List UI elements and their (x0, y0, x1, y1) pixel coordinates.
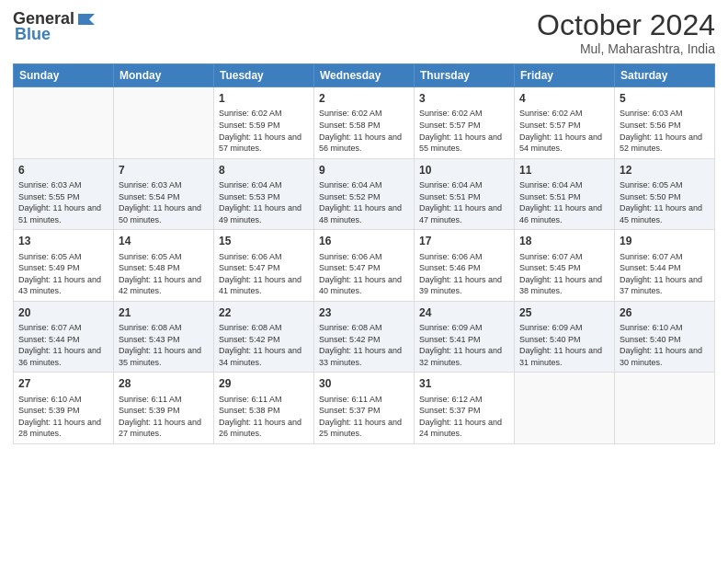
calendar-cell: 25Sunrise: 6:09 AMSunset: 5:40 PMDayligh… (515, 301, 615, 373)
calendar-row: 20Sunrise: 6:07 AMSunset: 5:44 PMDayligh… (14, 301, 715, 373)
col-header-wednesday: Wednesday (314, 64, 415, 87)
day-info: Sunrise: 6:02 AMSunset: 5:59 PMDaylight:… (219, 108, 309, 154)
calendar-cell: 19Sunrise: 6:07 AMSunset: 5:44 PMDayligh… (615, 230, 715, 302)
calendar-cell: 24Sunrise: 6:09 AMSunset: 5:41 PMDayligh… (415, 301, 515, 373)
calendar-cell: 4Sunrise: 6:02 AMSunset: 5:57 PMDaylight… (515, 87, 615, 159)
day-info: Sunrise: 6:06 AMSunset: 5:46 PMDaylight:… (419, 251, 509, 297)
day-info: Sunrise: 6:09 AMSunset: 5:40 PMDaylight:… (519, 322, 609, 368)
calendar-table: SundayMondayTuesdayWednesdayThursdayFrid… (13, 63, 715, 444)
day-number: 26 (620, 305, 710, 320)
col-header-friday: Friday (515, 64, 615, 87)
day-number: 28 (119, 376, 209, 391)
calendar-cell (114, 87, 214, 159)
day-info: Sunrise: 6:07 AMSunset: 5:44 PMDaylight:… (18, 322, 108, 368)
day-info: Sunrise: 6:04 AMSunset: 5:52 PMDaylight:… (319, 179, 409, 225)
day-number: 30 (319, 376, 409, 391)
day-number: 10 (419, 163, 509, 178)
calendar-cell: 11Sunrise: 6:04 AMSunset: 5:51 PMDayligh… (515, 158, 615, 230)
calendar-cell: 8Sunrise: 6:04 AMSunset: 5:53 PMDaylight… (214, 158, 314, 230)
location: Mul, Maharashtra, India (537, 41, 715, 56)
calendar-cell: 13Sunrise: 6:05 AMSunset: 5:49 PMDayligh… (14, 230, 114, 302)
day-number: 6 (18, 163, 108, 178)
day-number: 12 (620, 163, 710, 178)
calendar-cell: 28Sunrise: 6:11 AMSunset: 5:39 PMDayligh… (114, 373, 214, 444)
day-info: Sunrise: 6:06 AMSunset: 5:47 PMDaylight:… (319, 251, 409, 297)
calendar-header-row: SundayMondayTuesdayWednesdayThursdayFrid… (14, 64, 715, 87)
day-number: 5 (620, 91, 710, 106)
day-number: 27 (18, 376, 108, 391)
day-info: Sunrise: 6:05 AMSunset: 5:48 PMDaylight:… (119, 251, 209, 297)
calendar-cell: 21Sunrise: 6:08 AMSunset: 5:43 PMDayligh… (114, 301, 214, 373)
day-number: 2 (319, 91, 409, 106)
day-number: 22 (219, 305, 309, 320)
calendar-cell: 6Sunrise: 6:03 AMSunset: 5:55 PMDaylight… (14, 158, 114, 230)
day-number: 7 (119, 163, 209, 178)
calendar-cell: 3Sunrise: 6:02 AMSunset: 5:57 PMDaylight… (415, 87, 515, 159)
day-number: 9 (319, 163, 409, 178)
day-info: Sunrise: 6:03 AMSunset: 5:56 PMDaylight:… (620, 108, 710, 154)
day-number: 14 (119, 234, 209, 248)
calendar-cell: 5Sunrise: 6:03 AMSunset: 5:56 PMDaylight… (615, 87, 715, 159)
day-number: 1 (219, 91, 309, 106)
calendar-cell: 10Sunrise: 6:04 AMSunset: 5:51 PMDayligh… (415, 158, 515, 230)
day-number: 31 (419, 376, 509, 391)
day-info: Sunrise: 6:03 AMSunset: 5:55 PMDaylight:… (18, 179, 108, 225)
day-number: 13 (18, 234, 108, 248)
day-info: Sunrise: 6:12 AMSunset: 5:37 PMDaylight:… (419, 394, 509, 440)
day-info: Sunrise: 6:06 AMSunset: 5:47 PMDaylight:… (219, 251, 309, 297)
day-info: Sunrise: 6:09 AMSunset: 5:41 PMDaylight:… (419, 322, 509, 368)
day-info: Sunrise: 6:05 AMSunset: 5:49 PMDaylight:… (18, 251, 108, 297)
logo-blue: Blue (15, 25, 51, 44)
day-info: Sunrise: 6:08 AMSunset: 5:42 PMDaylight:… (219, 322, 309, 368)
day-number: 20 (18, 305, 108, 320)
calendar-cell: 17Sunrise: 6:06 AMSunset: 5:46 PMDayligh… (415, 230, 515, 302)
day-number: 19 (620, 234, 710, 248)
calendar-cell (14, 87, 114, 159)
day-info: Sunrise: 6:08 AMSunset: 5:42 PMDaylight:… (319, 322, 409, 368)
day-info: Sunrise: 6:02 AMSunset: 5:57 PMDaylight:… (519, 108, 609, 154)
day-info: Sunrise: 6:02 AMSunset: 5:58 PMDaylight:… (319, 108, 409, 154)
calendar-cell: 30Sunrise: 6:11 AMSunset: 5:37 PMDayligh… (314, 373, 415, 444)
day-number: 24 (419, 305, 509, 320)
col-header-saturday: Saturday (615, 64, 715, 87)
calendar-cell: 1Sunrise: 6:02 AMSunset: 5:59 PMDaylight… (214, 87, 314, 159)
calendar-cell: 18Sunrise: 6:07 AMSunset: 5:45 PMDayligh… (515, 230, 615, 302)
day-number: 25 (519, 305, 609, 320)
month-title: October 2024 (537, 9, 715, 41)
day-number: 29 (219, 376, 309, 391)
day-info: Sunrise: 6:02 AMSunset: 5:57 PMDaylight:… (419, 108, 509, 154)
day-info: Sunrise: 6:11 AMSunset: 5:39 PMDaylight:… (119, 394, 209, 440)
day-number: 23 (319, 305, 409, 320)
day-number: 4 (519, 91, 609, 106)
col-header-sunday: Sunday (14, 64, 114, 87)
day-info: Sunrise: 6:04 AMSunset: 5:53 PMDaylight:… (219, 179, 309, 225)
col-header-tuesday: Tuesday (214, 64, 314, 87)
calendar-cell: 9Sunrise: 6:04 AMSunset: 5:52 PMDaylight… (314, 158, 415, 230)
day-info: Sunrise: 6:04 AMSunset: 5:51 PMDaylight:… (519, 179, 609, 225)
day-number: 8 (219, 163, 309, 178)
calendar-cell: 27Sunrise: 6:10 AMSunset: 5:39 PMDayligh… (14, 373, 114, 444)
calendar-cell: 14Sunrise: 6:05 AMSunset: 5:48 PMDayligh… (114, 230, 214, 302)
calendar-cell: 16Sunrise: 6:06 AMSunset: 5:47 PMDayligh… (314, 230, 415, 302)
day-info: Sunrise: 6:10 AMSunset: 5:39 PMDaylight:… (18, 394, 108, 440)
day-info: Sunrise: 6:05 AMSunset: 5:50 PMDaylight:… (620, 179, 710, 225)
calendar-cell: 12Sunrise: 6:05 AMSunset: 5:50 PMDayligh… (615, 158, 715, 230)
calendar-cell: 22Sunrise: 6:08 AMSunset: 5:42 PMDayligh… (214, 301, 314, 373)
day-number: 15 (219, 234, 309, 248)
day-number: 17 (419, 234, 509, 248)
calendar-container: General Blue October 2024 Mul, Maharasht… (0, 0, 728, 563)
calendar-row: 27Sunrise: 6:10 AMSunset: 5:39 PMDayligh… (14, 373, 715, 444)
header: General Blue October 2024 Mul, Maharasht… (13, 9, 715, 56)
calendar-cell: 26Sunrise: 6:10 AMSunset: 5:40 PMDayligh… (615, 301, 715, 373)
calendar-cell: 31Sunrise: 6:12 AMSunset: 5:37 PMDayligh… (415, 373, 515, 444)
calendar-cell: 15Sunrise: 6:06 AMSunset: 5:47 PMDayligh… (214, 230, 314, 302)
logo-flag-icon (76, 12, 97, 27)
day-info: Sunrise: 6:03 AMSunset: 5:54 PMDaylight:… (119, 179, 209, 225)
day-info: Sunrise: 6:10 AMSunset: 5:40 PMDaylight:… (620, 322, 710, 368)
day-info: Sunrise: 6:07 AMSunset: 5:44 PMDaylight:… (620, 251, 710, 297)
day-info: Sunrise: 6:11 AMSunset: 5:37 PMDaylight:… (319, 394, 409, 440)
calendar-cell: 29Sunrise: 6:11 AMSunset: 5:38 PMDayligh… (214, 373, 314, 444)
day-number: 3 (419, 91, 509, 106)
calendar-cell (615, 373, 715, 444)
col-header-thursday: Thursday (415, 64, 515, 87)
